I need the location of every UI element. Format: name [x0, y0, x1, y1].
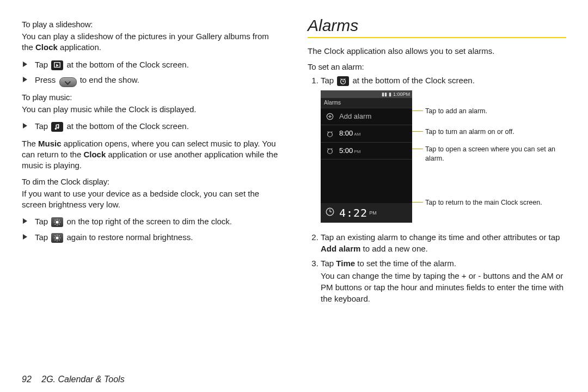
status-bar: ▮▮ ▮ 1:00PM — [321, 90, 412, 98]
svg-line-29 — [328, 131, 329, 132]
svg-line-23 — [341, 79, 342, 79]
page-footer: 92 2G. Calendar & Tools — [22, 375, 125, 384]
text: to end the show. — [80, 75, 139, 84]
music-icon — [51, 122, 63, 132]
footer-time: 4:22 — [339, 205, 367, 220]
text: again to restore normal brightness. — [67, 232, 193, 242]
svg-point-11 — [56, 236, 59, 239]
music-paragraph: The Music application opens, where you c… — [22, 138, 280, 171]
section-title-alarms: Alarms — [308, 16, 566, 35]
ampm: PM — [354, 149, 360, 154]
alarm-row[interactable]: 8:00AM — [321, 125, 412, 142]
dimmer-icon — [51, 217, 63, 227]
manual-page: To play a slideshow: You can play a slid… — [0, 0, 588, 359]
svg-point-28 — [328, 132, 333, 137]
ampm: AM — [354, 132, 360, 137]
add-alarm-bold: Add alarm — [321, 244, 360, 253]
empty-area — [321, 160, 412, 203]
svg-marker-1 — [57, 64, 59, 66]
footer-section: 2G. Calendar & Tools — [41, 375, 124, 384]
app-title-bar: Alarms — [321, 98, 412, 108]
slideshow-icon — [51, 60, 63, 70]
list-item: Tap at the bottom of the Clock screen. — [35, 120, 280, 133]
callout-labels: Tap to add an alarm. Tap to turn an alar… — [412, 90, 566, 216]
alarm-screenshot-figure: ▮▮ ▮ 1:00PM Alarms Add alarm — [321, 90, 566, 223]
callout-add-alarm: Tap to add an alarm. — [423, 107, 566, 115]
callout-toggle-alarm: Tap to turn an alarm on or off. — [423, 127, 566, 136]
text: Tap — [35, 217, 50, 226]
heading-dim-clock: To dim the Clock display: — [22, 177, 280, 186]
alarm-time: 8:00AM — [335, 128, 408, 138]
music-steps: Tap at the bottom of the Clock screen. — [22, 120, 280, 133]
alarm-toggle-icon[interactable] — [325, 147, 335, 155]
step-1: Tap at the bottom of the Clock screen. ▮… — [321, 75, 566, 223]
add-alarm-row[interactable]: Add alarm — [321, 108, 412, 125]
list-item: Tap at the bottom of the Clock screen. — [35, 59, 280, 71]
alarm-time: 5:00PM — [335, 146, 408, 156]
alarm-toggle-icon[interactable] — [325, 130, 335, 138]
music-intro: You can play music while the Clock is di… — [22, 104, 280, 115]
text: to add a new one. — [360, 244, 427, 253]
svg-line-33 — [332, 148, 333, 149]
svg-line-19 — [59, 235, 59, 236]
svg-line-7 — [55, 220, 56, 220]
step-3-detail: You can change the time by taping the + … — [321, 270, 566, 304]
footer-ampm: PM — [369, 210, 377, 217]
svg-point-31 — [328, 149, 333, 154]
back-button-icon — [59, 77, 77, 87]
step-2: Tap an existing alarm to change its time… — [321, 231, 566, 254]
app-name-music: Music — [38, 139, 62, 148]
section-divider — [308, 37, 566, 38]
slideshow-intro: You can play a slideshow of the pictures… — [22, 31, 280, 53]
text: The — [22, 139, 38, 148]
svg-point-2 — [56, 220, 59, 223]
svg-line-30 — [332, 131, 333, 132]
clock-footer[interactable]: 4:22 PM — [321, 203, 412, 223]
list-item: Tap again to restore normal brightness. — [35, 231, 280, 244]
signal-icon: ▮▮ — [382, 91, 387, 98]
battery-icon: ▮ — [389, 91, 391, 98]
time-bold: Time — [336, 259, 355, 268]
alarms-intro: The Clock application also allows you to… — [308, 46, 566, 57]
svg-line-24 — [345, 79, 346, 79]
alarm-row[interactable]: 5:00PM — [321, 143, 412, 160]
dim-intro: If you want to use your device as a beds… — [22, 188, 280, 211]
left-column: To play a slideshow: You can play a slid… — [22, 16, 294, 354]
dimmer-icon — [51, 233, 63, 243]
time-value: 5:00 — [339, 146, 353, 155]
svg-line-18 — [55, 240, 56, 240]
time-value: 8:00 — [339, 129, 353, 137]
text: Tap — [321, 259, 336, 268]
svg-line-17 — [59, 240, 59, 240]
callout-return-clock: Tap to return to the main Clock screen. — [423, 198, 566, 207]
list-item: Press to end the show. — [35, 74, 280, 87]
text: Tap — [321, 76, 336, 85]
svg-line-16 — [55, 235, 56, 236]
right-column: Alarms The Clock application also allows… — [294, 16, 566, 354]
list-item: Tap on the top right of the screen to di… — [35, 216, 280, 228]
slideshow-steps: Tap at the bottom of the Clock screen. P… — [22, 59, 280, 88]
text: Press — [35, 75, 58, 84]
alarm-icon — [337, 76, 349, 86]
app-name-clock: Clock — [83, 150, 106, 159]
plus-icon — [325, 113, 335, 120]
svg-line-8 — [59, 224, 59, 224]
text: Tap — [35, 60, 50, 69]
text: at the bottom of the Clock screen. — [67, 60, 189, 69]
svg-line-10 — [59, 220, 59, 220]
svg-line-32 — [328, 148, 329, 149]
text: Tap — [35, 232, 50, 242]
add-alarm-label: Add alarm — [335, 112, 408, 121]
step-3: Tap Time to set the time of the alarm. Y… — [321, 258, 566, 304]
text: on the top right of the screen to dim th… — [67, 217, 232, 226]
svg-line-9 — [55, 224, 56, 224]
heading-set-alarm: To set an alarm: — [308, 62, 566, 71]
clock-icon — [325, 207, 335, 219]
status-time: 1:00PM — [393, 91, 410, 98]
text: to set the time of the alarm. — [355, 259, 456, 268]
page-number: 92 — [22, 375, 32, 384]
alarm-steps: Tap at the bottom of the Clock screen. ▮… — [308, 75, 566, 304]
dim-steps: Tap on the top right of the screen to di… — [22, 216, 280, 243]
text: at the bottom of the Clock screen. — [67, 121, 189, 131]
callout-open-alarm: Tap to open a screen where you can set a… — [423, 145, 566, 163]
